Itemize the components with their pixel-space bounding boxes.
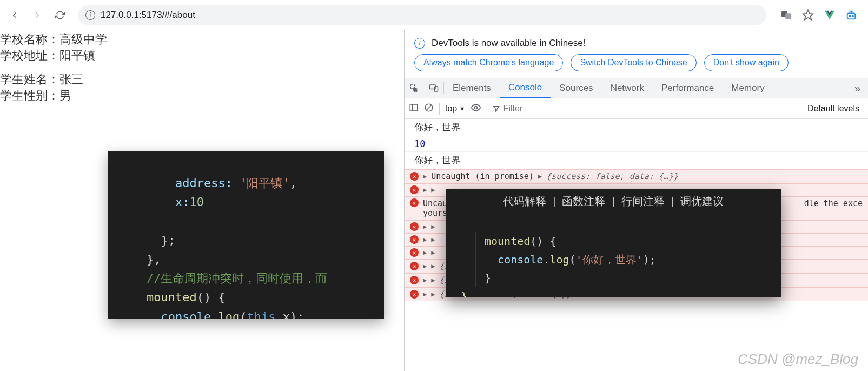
school-info: 学校名称：高级中学 学校地址：阳平镇 bbox=[0, 30, 404, 63]
forward-button[interactable] bbox=[28, 6, 47, 24]
bookmark-star-icon[interactable] bbox=[802, 9, 814, 21]
tab-sources[interactable]: Sources bbox=[551, 78, 601, 98]
svg-line-12 bbox=[427, 105, 432, 110]
info-icon: i bbox=[414, 38, 425, 49]
filter-icon bbox=[493, 105, 500, 112]
divider bbox=[0, 67, 404, 67]
console-toolbar: top ▼ Default levels bbox=[405, 98, 868, 119]
svg-rect-9 bbox=[410, 104, 418, 111]
robot-extension-icon[interactable] bbox=[845, 9, 857, 21]
svg-rect-3 bbox=[847, 13, 856, 19]
code-assist-header: 代码解释 | 函数注释 | 行间注释 | 调优建议 bbox=[446, 191, 781, 214]
code-snippet-left: address: '阳平镇', x:10 }; }, //生命周期冲突时，同时使… bbox=[108, 151, 384, 319]
filter-input[interactable] bbox=[503, 104, 802, 114]
svg-point-5 bbox=[852, 15, 853, 17]
switch-chinese-button[interactable]: Switch DevTools to Chinese bbox=[571, 54, 696, 71]
extension-icons bbox=[775, 9, 863, 21]
banner-buttons: Always match Chrome's language Switch De… bbox=[405, 54, 868, 78]
tab-elements[interactable]: Elements bbox=[444, 78, 500, 98]
reload-button[interactable] bbox=[51, 6, 69, 24]
student-name: 张三 bbox=[59, 72, 83, 86]
devtools-language-banner: i DevTools is now available in Chinese! bbox=[405, 30, 868, 54]
log-line: 10 bbox=[405, 136, 868, 152]
devtools-tabs: Elements Console Sources Network Perform… bbox=[405, 78, 868, 98]
banner-text: DevTools is now available in Chinese! bbox=[432, 38, 585, 49]
vue-devtools-icon[interactable] bbox=[824, 9, 836, 21]
expand-icon[interactable]: ▶ bbox=[423, 173, 427, 180]
filter-box[interactable] bbox=[493, 104, 802, 114]
log-line: 你好，世界 bbox=[405, 152, 868, 169]
live-expression-icon[interactable] bbox=[471, 102, 481, 115]
student-sex: 男 bbox=[59, 89, 71, 102]
svg-point-4 bbox=[849, 15, 851, 17]
sidebar-toggle-icon[interactable] bbox=[409, 103, 419, 115]
tab-performance[interactable]: Performance bbox=[653, 78, 723, 98]
code-snippet-right: 代码解释 | 函数注释 | 行间注释 | 调优建议 mounted() { co… bbox=[446, 189, 781, 297]
address-bar[interactable]: i 127.0.0.1:5173/#/about bbox=[78, 5, 766, 25]
tab-memory[interactable]: Memory bbox=[723, 78, 773, 98]
svg-point-13 bbox=[475, 106, 478, 109]
svg-rect-1 bbox=[785, 13, 791, 19]
console-log: 你好，世界 10 你好，世界 ✕ ▶ Uncaught (in promise)… bbox=[405, 119, 868, 371]
school-name-label: 学校名称： bbox=[0, 32, 59, 46]
student-name-label: 学生姓名： bbox=[0, 72, 59, 86]
tab-network[interactable]: Network bbox=[602, 78, 653, 98]
clear-console-icon[interactable] bbox=[424, 103, 434, 115]
back-button[interactable] bbox=[5, 6, 24, 24]
school-addr: 阳平镇 bbox=[59, 49, 95, 62]
school-name: 高级中学 bbox=[59, 32, 107, 46]
site-info-icon[interactable]: i bbox=[85, 10, 95, 20]
school-addr-label: 学校地址： bbox=[0, 49, 59, 62]
tabs-overflow-icon[interactable]: » bbox=[847, 82, 868, 95]
student-info: 学生姓名：张三 学生性别：男 bbox=[0, 70, 404, 103]
svg-marker-2 bbox=[803, 10, 813, 19]
student-sex-label: 学生性别： bbox=[0, 89, 59, 102]
dont-show-again-button[interactable]: Don't show again bbox=[704, 54, 789, 71]
device-toggle-icon[interactable] bbox=[424, 83, 443, 93]
log-line: 你好，世界 bbox=[405, 119, 868, 136]
context-selector[interactable]: top ▼ bbox=[445, 104, 465, 114]
url-text: 127.0.0.1:5173/#/about bbox=[101, 10, 195, 21]
translate-icon[interactable] bbox=[780, 9, 792, 21]
devtools-panel: i DevTools is now available in Chinese! … bbox=[405, 30, 868, 371]
page-content: 学校名称：高级中学 学校地址：阳平镇 学生姓名：张三 学生性别：男 addres… bbox=[0, 30, 405, 371]
inspect-icon[interactable] bbox=[405, 83, 424, 93]
browser-toolbar: i 127.0.0.1:5173/#/about bbox=[0, 0, 868, 30]
tab-console[interactable]: Console bbox=[500, 78, 551, 98]
error-icon: ✕ bbox=[410, 172, 419, 181]
match-language-button[interactable]: Always match Chrome's language bbox=[414, 54, 563, 71]
log-levels-selector[interactable]: Default levels bbox=[807, 104, 864, 114]
error-line[interactable]: ✕ ▶ Uncaught (in promise) ▶ {success: fa… bbox=[405, 169, 868, 183]
